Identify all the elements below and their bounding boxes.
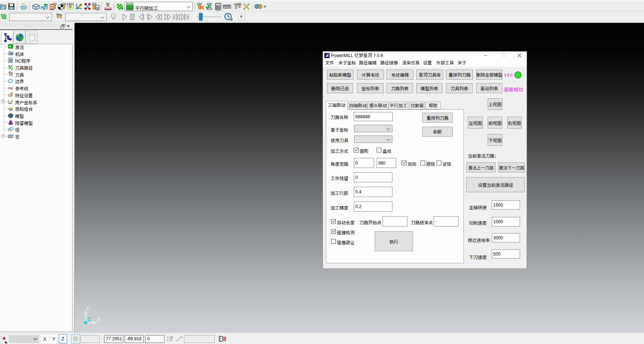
svg-text:Y: Y [86,306,89,311]
svg-text:Z: Z [88,316,91,322]
svg-text:X: X [97,317,100,322]
